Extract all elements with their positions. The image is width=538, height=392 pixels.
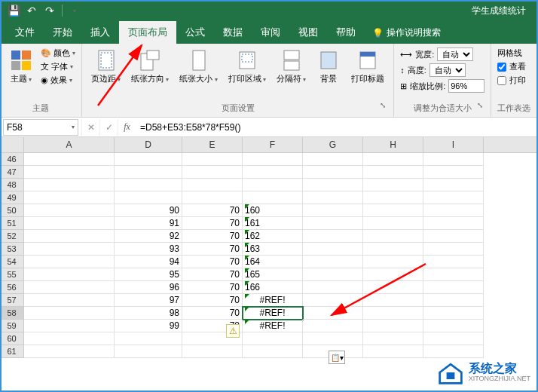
cell[interactable]	[423, 179, 484, 191]
redo-button[interactable]: ↷	[41, 2, 59, 20]
cell[interactable]: 70	[182, 294, 243, 307]
width-select[interactable]: 自动	[437, 47, 473, 61]
row-header[interactable]: 47	[0, 166, 24, 179]
row-header[interactable]: 57	[0, 294, 24, 307]
cell[interactable]	[363, 191, 423, 204]
cell[interactable]: 97	[115, 294, 182, 307]
cell[interactable]: 70	[182, 204, 243, 217]
cell[interactable]	[303, 307, 363, 320]
cell[interactable]: 70	[182, 243, 243, 256]
cell[interactable]	[115, 332, 182, 345]
cell[interactable]	[303, 243, 363, 256]
error-trace-icon[interactable]: ⚠	[226, 324, 240, 338]
cell[interactable]	[363, 320, 423, 332]
cell[interactable]	[423, 281, 484, 294]
cell[interactable]	[363, 332, 423, 345]
cell[interactable]	[423, 153, 484, 166]
cell[interactable]	[303, 281, 363, 294]
cell[interactable]	[24, 320, 115, 332]
col-header-F[interactable]: F	[243, 137, 303, 152]
row-header[interactable]: 46	[0, 153, 24, 166]
cell[interactable]	[24, 345, 115, 358]
cell[interactable]	[363, 204, 423, 217]
row-header[interactable]: 59	[0, 320, 24, 332]
cell[interactable]	[24, 268, 115, 281]
cell[interactable]: 70	[182, 256, 243, 268]
cell[interactable]: 70	[182, 217, 243, 230]
background-button[interactable]: 背景	[313, 47, 344, 85]
colors-button[interactable]: 🎨颜色▾	[41, 47, 75, 60]
cell[interactable]: #REF!	[243, 320, 303, 332]
breaks-button[interactable]: 分隔符 ▾	[274, 47, 309, 85]
cell[interactable]	[363, 243, 423, 256]
cell[interactable]	[423, 307, 484, 320]
cell[interactable]	[243, 153, 303, 166]
row-header[interactable]: 60	[0, 332, 24, 345]
cell[interactable]	[423, 243, 484, 256]
cell[interactable]	[115, 153, 182, 166]
row-header[interactable]: 54	[0, 256, 24, 268]
col-header-G[interactable]: G	[303, 137, 363, 152]
select-all-corner[interactable]	[0, 137, 24, 152]
cell[interactable]	[423, 320, 484, 332]
cell[interactable]	[24, 230, 115, 243]
cell[interactable]: 90	[115, 204, 182, 217]
cell[interactable]: 70	[182, 268, 243, 281]
row-header[interactable]: 51	[0, 217, 24, 230]
row-header[interactable]: 50	[0, 204, 24, 217]
cell[interactable]	[24, 256, 115, 268]
cell[interactable]	[303, 204, 363, 217]
fonts-button[interactable]: 文字体▾	[41, 60, 75, 73]
insert-function-button[interactable]: fx	[118, 119, 136, 136]
cell[interactable]: 94	[115, 256, 182, 268]
cell[interactable]	[303, 179, 363, 191]
cell[interactable]: 70	[182, 230, 243, 243]
row-header[interactable]: 52	[0, 230, 24, 243]
gridlines-print-checkbox[interactable]	[497, 76, 506, 85]
cell[interactable]	[363, 217, 423, 230]
cell[interactable]	[24, 204, 115, 217]
cell[interactable]	[24, 281, 115, 294]
cell[interactable]: 162	[243, 230, 303, 243]
tab-file[interactable]: 文件	[6, 21, 44, 44]
scale-launcher[interactable]: ⤡	[477, 101, 485, 109]
name-box[interactable]: F58▾	[3, 119, 78, 136]
save-button[interactable]: 💾	[5, 2, 23, 20]
cell[interactable]: 165	[243, 268, 303, 281]
formula-input[interactable]: =D58+E53:E58*78*F59()	[136, 119, 538, 136]
cell[interactable]	[363, 166, 423, 179]
effects-button[interactable]: ◉效果▾	[41, 74, 75, 87]
col-header-E[interactable]: E	[182, 137, 243, 152]
cell[interactable]	[423, 268, 484, 281]
col-header-D[interactable]: D	[115, 137, 182, 152]
tab-view[interactable]: 视图	[289, 21, 327, 44]
cell[interactable]	[363, 230, 423, 243]
cell[interactable]	[24, 153, 115, 166]
cell[interactable]	[182, 191, 243, 204]
cell[interactable]: 161	[243, 217, 303, 230]
cell[interactable]	[303, 153, 363, 166]
cell[interactable]	[182, 345, 243, 358]
cell[interactable]	[243, 166, 303, 179]
size-button[interactable]: 纸张大小 ▾	[176, 47, 220, 85]
cell[interactable]	[115, 345, 182, 358]
cell[interactable]	[24, 166, 115, 179]
cell[interactable]	[363, 179, 423, 191]
cell[interactable]	[303, 320, 363, 332]
cell[interactable]	[363, 268, 423, 281]
enter-formula-button[interactable]: ✓	[99, 119, 118, 136]
cell[interactable]	[363, 345, 423, 358]
cell[interactable]	[243, 191, 303, 204]
cell[interactable]	[243, 345, 303, 358]
cell[interactable]	[363, 153, 423, 166]
cell[interactable]	[303, 191, 363, 204]
cell[interactable]	[243, 179, 303, 191]
cell[interactable]	[24, 243, 115, 256]
cell[interactable]: 99	[115, 320, 182, 332]
cell[interactable]	[115, 191, 182, 204]
row-header[interactable]: 61	[0, 345, 24, 358]
cell[interactable]	[303, 166, 363, 179]
cell[interactable]	[24, 217, 115, 230]
cell[interactable]: 95	[115, 268, 182, 281]
cell[interactable]: 91	[115, 217, 182, 230]
